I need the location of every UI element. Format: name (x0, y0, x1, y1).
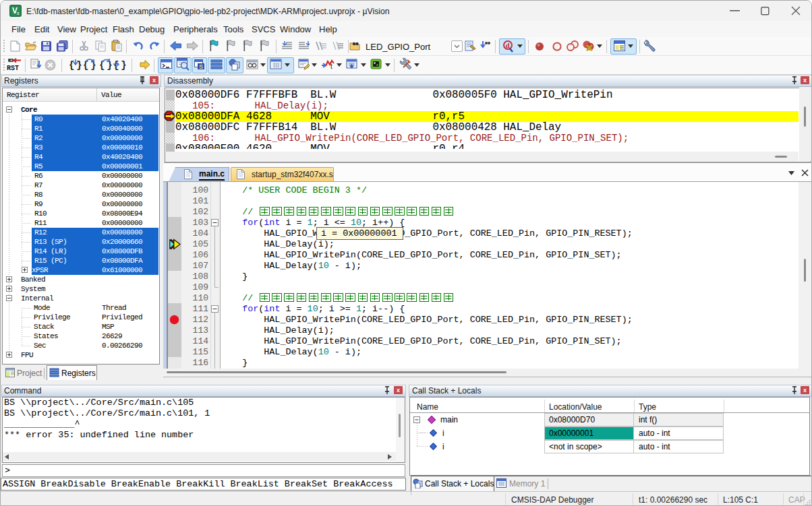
svg-text:S: S (199, 63, 203, 70)
svg-text:d: d (506, 41, 510, 49)
svg-text:s: s (17, 11, 20, 15)
svg-text:{ }: { } (99, 60, 113, 71)
svg-text:t: t (330, 63, 332, 70)
svg-text:{ }: { } (113, 60, 127, 71)
